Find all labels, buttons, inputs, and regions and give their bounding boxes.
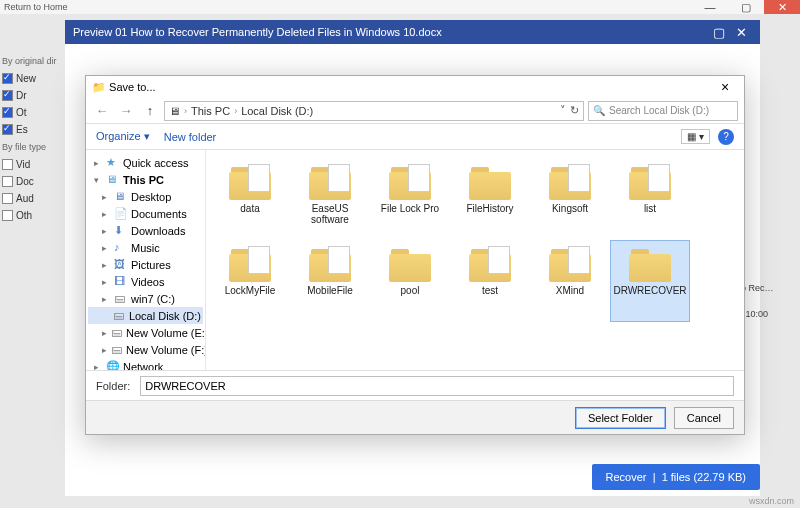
checkbox-icon[interactable]	[2, 210, 13, 221]
tree-node[interactable]: ▸⬇Downloads	[88, 222, 203, 239]
close-icon[interactable]: ✕	[764, 0, 800, 14]
preview-close-icon[interactable]: ✕	[730, 25, 752, 40]
nav-forward-icon[interactable]: →	[116, 101, 136, 121]
caret-icon[interactable]: ▸	[94, 362, 102, 371]
filter-item[interactable]: Ot	[0, 104, 70, 121]
nav-up-icon[interactable]: ↑	[140, 101, 160, 121]
new-folder-button[interactable]: New folder	[164, 131, 217, 143]
folder-icon	[307, 163, 353, 201]
folder-label: Folder:	[96, 380, 130, 392]
caret-icon[interactable]: ▸	[102, 226, 110, 236]
caret-icon[interactable]: ▸	[102, 277, 110, 287]
folder-icon	[547, 163, 593, 201]
address-refresh-icon[interactable]: ↻	[570, 104, 579, 117]
tree-node[interactable]: ▸📄Documents	[88, 205, 203, 222]
filter-label: Oth	[16, 210, 32, 221]
filter-label: Dr	[16, 90, 27, 101]
folder-label: MobileFile	[307, 285, 353, 296]
caret-icon[interactable]: ▸	[102, 192, 110, 202]
filter-item[interactable]: New	[0, 70, 70, 87]
checkbox-icon[interactable]	[2, 73, 13, 84]
filter-item[interactable]: Es	[0, 121, 70, 138]
dialog-close-icon[interactable]: ×	[712, 79, 738, 95]
caret-icon[interactable]: ▾	[94, 175, 102, 185]
recover-button[interactable]: Recover | 1 files (22.79 KB)	[592, 464, 760, 490]
folder-icon	[627, 163, 673, 201]
dialog-button-row: Select Folder Cancel	[86, 400, 744, 434]
tree-node[interactable]: ▸🖼Pictures	[88, 256, 203, 273]
caret-icon[interactable]: ▸	[102, 260, 110, 270]
breadcrumb-leaf[interactable]: Local Disk (D:)	[241, 105, 313, 117]
checkbox-icon[interactable]	[2, 176, 13, 187]
tree-node[interactable]: ▸★Quick access	[88, 154, 203, 171]
address-bar[interactable]: 🖥 › This PC › Local Disk (D:) ˅↻	[164, 101, 584, 121]
file-grid[interactable]: dataEaseUS softwareFile Lock ProFileHist…	[206, 150, 744, 370]
tree-label: Local Disk (D:)	[129, 310, 201, 322]
tree-label: This PC	[123, 174, 164, 186]
tree-node[interactable]: ▸🖴New Volume (F:)	[88, 341, 203, 358]
app-titlebar: Return to Home	[0, 0, 800, 14]
star-icon: ★	[106, 156, 119, 169]
folder-item[interactable]: test	[450, 240, 530, 322]
folder-item[interactable]: Kingsoft	[530, 158, 610, 240]
filter-item[interactable]: Vid	[0, 156, 70, 173]
folder-item[interactable]: XMind	[530, 240, 610, 322]
filter-group-originaldir: By original dir	[2, 56, 68, 66]
tree-node[interactable]: ▸🖥Desktop	[88, 188, 203, 205]
nav-back-icon[interactable]: ←	[92, 101, 112, 121]
cancel-button[interactable]: Cancel	[674, 407, 734, 429]
help-icon[interactable]: ?	[718, 129, 734, 145]
view-mode-button[interactable]: ▦ ▾	[681, 129, 710, 144]
folder-item[interactable]: File Lock Pro	[370, 158, 450, 240]
tree-node[interactable]: ▸♪Music	[88, 239, 203, 256]
checkbox-icon[interactable]	[2, 90, 13, 101]
minimize-icon[interactable]: —	[692, 0, 728, 14]
filter-item[interactable]: Dr	[0, 87, 70, 104]
checkbox-icon[interactable]	[2, 107, 13, 118]
checkbox-icon[interactable]	[2, 124, 13, 135]
caret-icon[interactable]: ▸	[102, 209, 110, 219]
tree-node[interactable]: ▸🎞Videos	[88, 273, 203, 290]
organize-button[interactable]: Organize ▾	[96, 130, 150, 143]
folder-icon: 📁	[92, 81, 106, 94]
search-placeholder: Search Local Disk (D:)	[609, 105, 709, 116]
folder-tree[interactable]: ▸★Quick access▾🖥This PC▸🖥Desktop▸📄Docume…	[86, 150, 206, 370]
disk-icon: 🖴	[111, 343, 122, 356]
disk-icon: 🖴	[111, 326, 122, 339]
filter-item[interactable]: Doc	[0, 173, 70, 190]
breadcrumb-root[interactable]: This PC	[191, 105, 230, 117]
address-dropdown-icon[interactable]: ˅	[560, 104, 566, 117]
caret-icon[interactable]: ▸	[102, 328, 107, 338]
folder-item[interactable]: DRWRECOVER	[610, 240, 690, 322]
caret-icon[interactable]: ▸	[94, 158, 102, 168]
tree-node[interactable]: ▸🖴New Volume (E:)	[88, 324, 203, 341]
tree-node[interactable]: ▾🖥This PC	[88, 171, 203, 188]
folder-item[interactable]: EaseUS software	[290, 158, 370, 240]
preview-titlebar: Preview 01 How to Recover Permanently De…	[65, 20, 760, 44]
folder-item[interactable]: data	[210, 158, 290, 240]
maximize-icon[interactable]: ▢	[728, 0, 764, 14]
tree-node[interactable]: ▸🖴win7 (C:)	[88, 290, 203, 307]
checkbox-icon[interactable]	[2, 193, 13, 204]
checkbox-icon[interactable]	[2, 159, 13, 170]
caret-icon[interactable]: ▸	[102, 345, 107, 355]
select-folder-button[interactable]: Select Folder	[575, 407, 666, 429]
folder-item[interactable]: LockMyFile	[210, 240, 290, 322]
filter-item[interactable]: Oth	[0, 207, 70, 224]
caret-icon[interactable]: ▸	[102, 243, 110, 253]
folder-item[interactable]: FileHistory	[450, 158, 530, 240]
watermark: wsxdn.com	[749, 496, 794, 506]
preview-maximize-icon[interactable]: ▢	[708, 25, 730, 40]
folder-name-input[interactable]	[140, 376, 734, 396]
folder-item[interactable]: list	[610, 158, 690, 240]
pic-icon: 🖼	[114, 258, 127, 271]
folder-item[interactable]: MobileFile	[290, 240, 370, 322]
return-home-label[interactable]: Return to Home	[0, 2, 68, 12]
caret-icon[interactable]: ▸	[102, 294, 110, 304]
tree-node[interactable]: ▸🌐Network	[88, 358, 203, 370]
folder-icon	[467, 163, 513, 201]
search-input[interactable]: 🔍 Search Local Disk (D:)	[588, 101, 738, 121]
filter-item[interactable]: Aud	[0, 190, 70, 207]
folder-item[interactable]: pool	[370, 240, 450, 322]
tree-node[interactable]: 🖴Local Disk (D:)	[88, 307, 203, 324]
